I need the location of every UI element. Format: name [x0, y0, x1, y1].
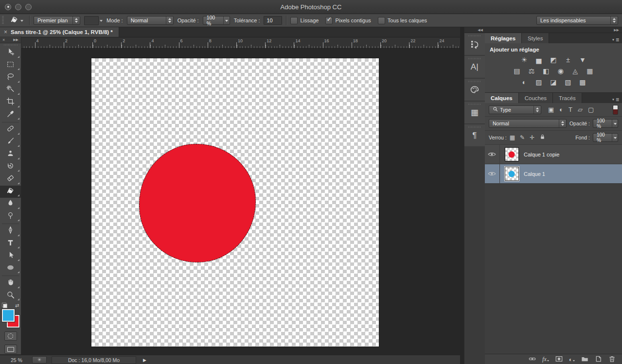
layer-filter-toggle[interactable]: [613, 105, 618, 115]
swatches-panel-button[interactable]: ▦: [464, 102, 485, 123]
paragraph-panel-button[interactable]: ¶: [464, 124, 485, 146]
selected-red-circle[interactable]: [139, 144, 256, 262]
path-selection-tool[interactable]: [0, 250, 21, 262]
eyedropper-tool[interactable]: [0, 109, 21, 121]
color-lookup-adjustment-icon[interactable]: ▦: [585, 67, 595, 75]
threshold-adjustment-icon[interactable]: ◪: [548, 78, 558, 86]
filter-shape-layers-icon[interactable]: ▱: [578, 106, 583, 113]
layer-thumbnail[interactable]: [505, 167, 519, 181]
options-grip[interactable]: [2, 16, 4, 25]
delete-layer-button[interactable]: [608, 355, 616, 364]
color-balance-adjustment-icon[interactable]: ⚖: [526, 67, 536, 75]
fill-source-select[interactable]: Premier plan: [34, 16, 80, 25]
zoom-level-field[interactable]: 25 %: [11, 357, 27, 363]
tab-couches[interactable]: Couches: [519, 93, 553, 103]
antialias-checkbox[interactable]: Lissage: [290, 17, 319, 24]
layer-row[interactable]: Calque 1: [485, 164, 622, 184]
rectangular-marquee-tool[interactable]: [0, 59, 21, 72]
tools-grip[interactable]: [0, 43, 21, 47]
zoom-tool[interactable]: [0, 290, 21, 302]
filter-smart-objects-icon[interactable]: ▢: [588, 106, 594, 113]
character-panel-button[interactable]: A|: [464, 56, 485, 78]
lasso-tool[interactable]: [0, 71, 21, 84]
status-expand-icon[interactable]: ▶: [143, 358, 146, 363]
close-document-icon[interactable]: ×: [4, 29, 7, 35]
checkbox-icon[interactable]: [325, 17, 333, 24]
layer-filter-select[interactable]: Type: [489, 105, 541, 114]
curves-adjustment-icon[interactable]: ◩: [548, 55, 558, 64]
tab-reglages[interactable]: Réglages: [485, 33, 522, 43]
canvas[interactable]: [91, 58, 379, 347]
panel-menu-icon[interactable]: ▼≡: [612, 96, 622, 103]
lock-position-icon[interactable]: ✛: [530, 134, 534, 141]
filter-pixel-layers-icon[interactable]: ▣: [548, 106, 554, 113]
lock-transparent-pixels-icon[interactable]: ▦: [510, 134, 515, 141]
paint-bucket-tool[interactable]: [0, 186, 21, 198]
invert-adjustment-icon[interactable]: ◐: [519, 78, 529, 86]
history-brush-tool[interactable]: [0, 161, 21, 173]
lock-image-pixels-icon[interactable]: ✎: [520, 134, 525, 141]
opacity-select[interactable]: 100 %: [203, 16, 230, 25]
contiguous-checkbox[interactable]: Pixels contigus: [325, 17, 371, 24]
brush-tool[interactable]: [0, 136, 21, 149]
collapse-tools-icon[interactable]: ▶▶: [13, 38, 18, 42]
layer-visibility-toggle[interactable]: [485, 145, 500, 164]
photo-filter-adjustment-icon[interactable]: ◉: [555, 67, 566, 75]
screen-mode-button[interactable]: [4, 345, 17, 354]
eraser-tool[interactable]: [0, 173, 21, 186]
clone-stamp-tool[interactable]: [0, 148, 21, 161]
move-tool[interactable]: [0, 47, 21, 59]
checkbox-icon[interactable]: [378, 17, 385, 24]
channel-mixer-adjustment-icon[interactable]: ◬: [570, 67, 580, 75]
checkbox-icon[interactable]: [290, 17, 298, 24]
lock-all-icon[interactable]: [539, 134, 546, 141]
exposure-adjustment-icon[interactable]: ±: [563, 55, 573, 64]
foreground-color-swatch[interactable]: [2, 309, 15, 322]
magic-wand-tool[interactable]: [0, 84, 21, 97]
current-tool-button[interactable]: [8, 15, 25, 26]
doc-size-field[interactable]: Doc : 16,0 Mo/8,00 Mo ▶: [52, 356, 136, 364]
tab-calques[interactable]: Calques: [485, 93, 519, 103]
blur-tool[interactable]: [0, 198, 21, 210]
black-white-adjustment-icon[interactable]: ◧: [541, 67, 551, 75]
new-group-button[interactable]: [581, 355, 588, 364]
hand-tool[interactable]: [0, 277, 21, 290]
layer-visibility-toggle[interactable]: [485, 164, 500, 183]
tab-traces[interactable]: Tracés: [553, 93, 582, 103]
canvas-viewport[interactable]: [0, 49, 460, 355]
add-layer-mask-button[interactable]: [555, 355, 563, 364]
levels-adjustment-icon[interactable]: ▅: [533, 55, 544, 64]
layer-thumbnail[interactable]: [505, 147, 519, 161]
filter-type-layers-icon[interactable]: T: [569, 106, 572, 113]
tab-styles[interactable]: Styles: [522, 33, 549, 43]
workspace-select[interactable]: Les indispensables: [536, 16, 618, 25]
collapse-panels-button[interactable]: ▶▶: [485, 27, 622, 33]
mode-select[interactable]: Normal: [127, 16, 174, 25]
panel-menu-icon[interactable]: ▼≡: [612, 36, 622, 43]
status-sync-button[interactable]: [32, 356, 47, 364]
filter-adjustment-layers-icon[interactable]: ◐: [559, 106, 563, 113]
expand-dock-button[interactable]: ◀◀: [464, 27, 485, 33]
blend-mode-select[interactable]: Normal: [489, 119, 567, 128]
gradient-map-adjustment-icon[interactable]: ▩: [577, 78, 587, 86]
hue-saturation-adjustment-icon[interactable]: ▤: [512, 67, 522, 75]
layer-row[interactable]: Calque 1 copie: [485, 145, 622, 164]
pen-tool[interactable]: [0, 225, 21, 238]
selective-color-adjustment-icon[interactable]: ▧: [563, 78, 573, 86]
pattern-picker[interactable]: [84, 16, 99, 25]
document-tab[interactable]: × Sans titre-1 @ 25% (Calque 1, RVB/8) *: [0, 27, 119, 37]
posterize-adjustment-icon[interactable]: ▨: [533, 78, 544, 86]
default-colors-icon[interactable]: [2, 303, 7, 308]
quick-mask-button[interactable]: [4, 331, 17, 341]
layer-opacity-select[interactable]: 100 %: [593, 119, 618, 128]
new-adjustment-layer-button[interactable]: ◐: [569, 356, 575, 363]
layer-style-button[interactable]: fx: [542, 356, 549, 363]
spot-healing-brush-tool[interactable]: [0, 123, 21, 136]
history-panel-button[interactable]: [464, 33, 485, 55]
vibrance-adjustment-icon[interactable]: ▼: [577, 55, 587, 64]
link-layers-button[interactable]: [529, 355, 536, 364]
dodge-tool[interactable]: [0, 210, 21, 223]
swap-colors-icon[interactable]: ⇄: [15, 303, 19, 308]
type-tool[interactable]: [0, 238, 21, 250]
fill-opacity-select[interactable]: 100 %: [593, 133, 618, 142]
